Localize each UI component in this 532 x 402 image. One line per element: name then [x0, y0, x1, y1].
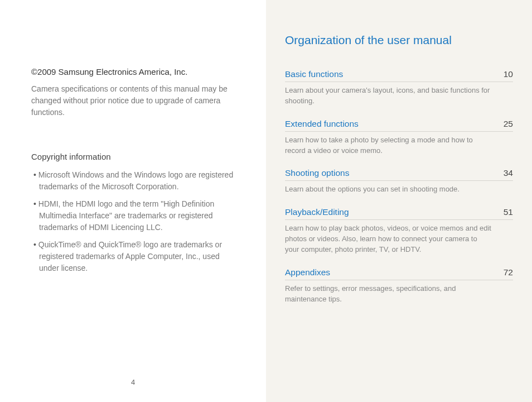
- right-column: Organization of the user manual Basic fu…: [266, 0, 532, 402]
- toc-head: Playback/Editing 51: [285, 207, 513, 220]
- manual-page: ©2009 Samsung Electronics America, Inc. …: [0, 0, 532, 402]
- change-notice: Camera specifications or contents of thi…: [31, 83, 238, 118]
- toc-page: 10: [504, 69, 513, 79]
- copyright-info-heading: Copyright information: [31, 152, 238, 161]
- toc-desc: Learn about your camera's layout, icons,…: [285, 85, 491, 107]
- toc-name: Playback/Editing: [285, 207, 349, 217]
- bullet-item: Microsoft Windows and the Windows logo a…: [31, 169, 238, 193]
- toc-desc: Refer to settings, error messages, speci…: [285, 284, 491, 305]
- toc-page: 72: [504, 267, 513, 277]
- toc-head: Basic functions 10: [285, 69, 513, 82]
- toc-head: Appendixes 72: [285, 267, 513, 280]
- bullet-item: QuickTime® and QuickTime® logo are trade…: [31, 239, 238, 274]
- toc-entry-appendixes: Appendixes 72 Refer to settings, error m…: [285, 267, 513, 305]
- toc-page: 34: [504, 168, 513, 178]
- page-number: 4: [131, 378, 135, 386]
- toc-desc: Learn how to take a photo by selecting a…: [285, 135, 491, 156]
- toc-name: Appendixes: [285, 267, 330, 277]
- left-column: ©2009 Samsung Electronics America, Inc. …: [0, 0, 266, 402]
- toc-title: Organization of the user manual: [285, 34, 513, 47]
- toc-page: 51: [504, 207, 513, 217]
- toc-entry-shooting-options: Shooting options 34 Learn about the opti…: [285, 168, 513, 195]
- toc-entry-basic-functions: Basic functions 10 Learn about your came…: [285, 69, 513, 107]
- toc-head: Shooting options 34: [285, 168, 513, 181]
- copyright-line: ©2009 Samsung Electronics America, Inc.: [31, 67, 238, 76]
- toc-entry-playback-editing: Playback/Editing 51 Learn how to play ba…: [285, 207, 513, 255]
- toc-page: 25: [504, 119, 513, 129]
- bullet-item: HDMI, the HDMI logo and the term "High D…: [31, 198, 238, 233]
- toc-name: Basic functions: [285, 69, 343, 79]
- toc-entry-extended-functions: Extended functions 25 Learn how to take …: [285, 119, 513, 156]
- toc-desc: Learn about the options you can set in s…: [285, 184, 491, 195]
- copyright-bullets: Microsoft Windows and the Windows logo a…: [31, 169, 238, 274]
- toc-head: Extended functions 25: [285, 119, 513, 132]
- toc-name: Shooting options: [285, 168, 349, 178]
- toc-desc: Learn how to play back photos, videos, o…: [285, 223, 491, 255]
- toc-name: Extended functions: [285, 119, 359, 129]
